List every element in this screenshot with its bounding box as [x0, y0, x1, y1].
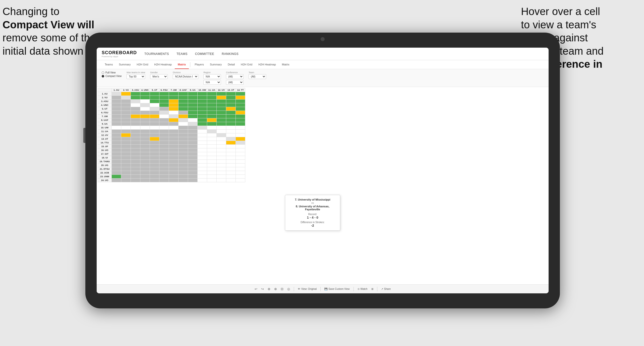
matrix-cell-4-12[interactable]: [226, 107, 236, 111]
matrix-cell-10-6[interactable]: [169, 130, 179, 133]
matrix-cell-21-13[interactable]: [236, 171, 245, 175]
matrix-cell-10-3[interactable]: [140, 130, 150, 133]
matrix-cell-10-7[interactable]: [179, 130, 188, 133]
matrix-cell-8-3[interactable]: [140, 122, 150, 126]
matrix-cell-10-2[interactable]: [131, 130, 140, 133]
matrix-cell-13-5[interactable]: [159, 141, 169, 145]
matrix-cell-1-5[interactable]: [159, 96, 169, 100]
matrix-cell-6-4[interactable]: [150, 115, 159, 118]
matrix-cell-1-12[interactable]: [226, 96, 236, 100]
matrix-cell-13-7[interactable]: [179, 141, 188, 145]
matrix-cell-17-11[interactable]: [217, 156, 226, 160]
matrix-cell-0-0[interactable]: [112, 92, 121, 96]
matrix-cell-17-9[interactable]: [198, 156, 207, 160]
matrix-cell-18-0[interactable]: [112, 160, 121, 163]
matrix-cell-20-10[interactable]: [207, 167, 217, 171]
matrix-cell-0-1[interactable]: [121, 92, 131, 96]
filter-division-select[interactable]: NCAA Division I: [173, 74, 198, 79]
matrix-cell-17-2[interactable]: [131, 156, 140, 160]
matrix-cell-21-9[interactable]: [198, 171, 207, 175]
matrix-cell-20-12[interactable]: [226, 167, 236, 171]
matrix-cell-14-4[interactable]: [150, 145, 159, 148]
matrix-cell-8-10[interactable]: [207, 122, 217, 126]
matrix-cell-1-10[interactable]: [207, 96, 217, 100]
matrix-cell-19-2[interactable]: [131, 163, 140, 167]
matrix-cell-20-13[interactable]: [236, 167, 245, 171]
matrix-cell-21-12[interactable]: [226, 171, 236, 175]
matrix-cell-13-11[interactable]: [217, 141, 226, 145]
matrix-cell-7-6[interactable]: [169, 118, 179, 122]
matrix-cell-17-7[interactable]: [179, 156, 188, 160]
matrix-cell-18-10[interactable]: [207, 160, 217, 163]
matrix-cell-0-13[interactable]: [236, 92, 245, 96]
toolbar-undo-icon[interactable]: ↩: [255, 287, 257, 291]
matrix-cell-2-2[interactable]: [131, 100, 140, 103]
matrix-cell-19-7[interactable]: [179, 163, 188, 167]
tab-h2h-grid-right[interactable]: H2H Grid: [238, 60, 255, 69]
matrix-cell-7-0[interactable]: [112, 118, 121, 122]
matrix-cell-20-5[interactable]: [159, 167, 169, 171]
matrix-cell-23-7[interactable]: [179, 179, 188, 182]
matrix-cell-13-12[interactable]: [226, 141, 236, 145]
matrix-cell-22-2[interactable]: [131, 175, 140, 179]
matrix-cell-23-5[interactable]: [159, 179, 169, 182]
matrix-cell-8-12[interactable]: [226, 122, 236, 126]
matrix-cell-17-12[interactable]: [226, 156, 236, 160]
matrix-cell-19-12[interactable]: [226, 163, 236, 167]
tab-h2h-heatmap[interactable]: H2H Heatmap: [151, 60, 175, 69]
matrix-cell-22-4[interactable]: [150, 175, 159, 179]
matrix-cell-5-10[interactable]: [207, 111, 217, 115]
matrix-cell-5-1[interactable]: [121, 111, 131, 115]
matrix-cell-2-3[interactable]: [140, 100, 150, 103]
matrix-cell-5-13[interactable]: [236, 111, 245, 115]
matrix-cell-9-2[interactable]: [131, 126, 140, 130]
matrix-cell-16-9[interactable]: [198, 152, 207, 156]
matrix-cell-22-11[interactable]: [217, 175, 226, 179]
matrix-cell-13-10[interactable]: [207, 141, 217, 145]
matrix-cell-17-6[interactable]: [169, 156, 179, 160]
matrix-cell-19-13[interactable]: [236, 163, 245, 167]
matrix-cell-20-1[interactable]: [121, 167, 131, 171]
matrix-cell-10-12[interactable]: [226, 130, 236, 133]
matrix-cell-5-11[interactable]: [217, 111, 226, 115]
matrix-cell-21-6[interactable]: [169, 171, 179, 175]
matrix-cell-4-2[interactable]: [131, 107, 140, 111]
matrix-cell-8-2[interactable]: [131, 122, 140, 126]
matrix-cell-3-7[interactable]: [179, 103, 188, 107]
tab-detail[interactable]: Detail: [225, 60, 238, 69]
matrix-cell-7-2[interactable]: [131, 118, 140, 122]
matrix-cell-5-2[interactable]: [131, 111, 140, 115]
matrix-cell-0-2[interactable]: [131, 92, 140, 96]
matrix-cell-6-13[interactable]: [236, 115, 245, 118]
matrix-cell-2-9[interactable]: [198, 100, 207, 103]
matrix-cell-23-1[interactable]: [121, 179, 131, 182]
matrix-cell-4-4[interactable]: [150, 107, 159, 111]
toolbar-share[interactable]: ↗ Share: [381, 288, 391, 290]
matrix-cell-20-4[interactable]: [150, 167, 159, 171]
matrix-cell-19-0[interactable]: [112, 163, 121, 167]
matrix-cell-18-11[interactable]: [217, 160, 226, 163]
matrix-cell-10-10[interactable]: [207, 130, 217, 133]
matrix-cell-12-13[interactable]: [236, 137, 245, 141]
matrix-cell-2-0[interactable]: [112, 100, 121, 103]
matrix-cell-20-0[interactable]: [112, 167, 121, 171]
matrix-cell-3-8[interactable]: [188, 103, 198, 107]
matrix-cell-11-0[interactable]: [112, 133, 121, 137]
matrix-cell-18-5[interactable]: [159, 160, 169, 163]
matrix-cell-16-3[interactable]: [140, 152, 150, 156]
matrix-cell-12-9[interactable]: [198, 137, 207, 141]
matrix-cell-22-8[interactable]: [188, 175, 198, 179]
matrix-cell-9-1[interactable]: [121, 126, 131, 130]
matrix-cell-3-1[interactable]: [121, 103, 131, 107]
tab-players[interactable]: Players: [192, 60, 207, 69]
matrix-cell-21-7[interactable]: [179, 171, 188, 175]
matrix-cell-2-13[interactable]: [236, 100, 245, 103]
matrix-cell-16-13[interactable]: [236, 152, 245, 156]
matrix-cell-2-8[interactable]: [188, 100, 198, 103]
matrix-cell-15-3[interactable]: [140, 148, 150, 152]
matrix-cell-1-13[interactable]: [236, 96, 245, 100]
matrix-cell-14-1[interactable]: [121, 145, 131, 148]
matrix-cell-8-1[interactable]: [121, 122, 131, 126]
matrix-cell-10-0[interactable]: [112, 130, 121, 133]
matrix-cell-6-10[interactable]: [207, 115, 217, 118]
